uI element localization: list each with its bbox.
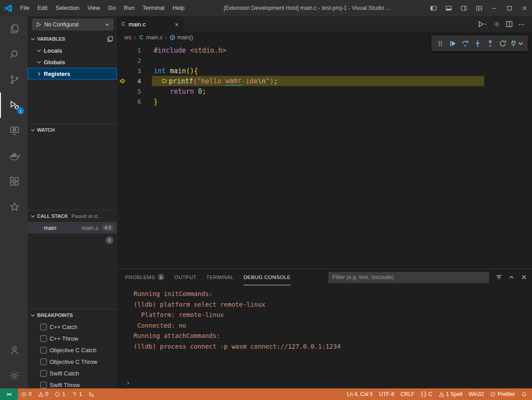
activity-item-settings[interactable] (0, 363, 28, 388)
watch-section-header[interactable]: WATCH (28, 124, 117, 136)
run-button[interactable] (475, 16, 490, 32)
panel-tab-problems[interactable]: PROBLEMS1 (125, 269, 164, 285)
activity-item-explorer[interactable] (0, 16, 28, 42)
stack-frame-row[interactable]: main main.c 4:5 (28, 222, 117, 233)
breakpoint-objective-c-catch[interactable]: Objective C Catch (28, 344, 117, 356)
code-line-2[interactable]: 2 (117, 55, 532, 66)
activity-item-source-control[interactable] (0, 67, 28, 92)
activity-item-favorites[interactable] (0, 194, 28, 220)
breakpoint-swift-throw[interactable]: Swift Throw (28, 379, 117, 388)
breakpoint-objective-c-throw[interactable]: Objective C Throw (28, 356, 117, 367)
breakpoint-c-throw[interactable]: C++ Throw (28, 333, 117, 344)
close-button[interactable] (517, 0, 532, 16)
close-panel-button[interactable] (520, 274, 528, 281)
breakpoint-checkbox[interactable] (40, 370, 47, 377)
activity-item-run-and-debug[interactable]: 1 (0, 92, 28, 118)
breakpoint-label: Swift Catch (50, 370, 79, 377)
debug-config-dropdown[interactable]: No Configurat (32, 19, 113, 30)
filter-button[interactable] (495, 274, 503, 281)
code-line-4[interactable]: 4 printf("hello wamr-ide\n"); (117, 76, 532, 86)
breakpoint-checkbox[interactable] (40, 358, 47, 365)
breakpoint-swift-catch[interactable]: Swift Catch (28, 367, 117, 379)
status-platform[interactable]: Win32 (465, 388, 487, 400)
menu-run[interactable]: Run (120, 0, 138, 16)
maximize-button[interactable] (502, 0, 517, 16)
remote-indicator[interactable]: >< (0, 388, 18, 400)
breakpoint-checkbox[interactable] (40, 382, 47, 388)
toggle-sidebar-left-button[interactable] (426, 0, 441, 16)
activity-item-search[interactable] (0, 42, 28, 67)
variables-item-locals[interactable]: Locals (28, 45, 117, 56)
status-errors[interactable]: 0 (18, 388, 35, 400)
breadcrumb-item-main-c[interactable]: Cmain.c (138, 34, 163, 41)
step-over-button[interactable] (459, 37, 471, 50)
status-eol[interactable]: CRLF (398, 388, 418, 400)
disconnect-button[interactable] (509, 37, 525, 50)
breakpoint-c-catch[interactable]: C++ Catch (28, 321, 117, 333)
settings-button[interactable] (491, 16, 503, 32)
drag-handle-button[interactable] (434, 37, 446, 50)
customize-layout-button[interactable] (471, 0, 486, 16)
status-language-mode[interactable]: {}C (418, 388, 436, 400)
toggle-sidebar-right-button[interactable] (456, 0, 471, 16)
activity-item-docker[interactable] (0, 143, 28, 169)
breakpoints-section-header[interactable]: BREAKPOINTS (28, 309, 117, 321)
activity-item-extensions[interactable] (0, 169, 28, 194)
toggle-panel-button[interactable] (441, 0, 456, 16)
activity-item-remote-explorer[interactable] (0, 118, 28, 143)
split-editor-button[interactable] (503, 16, 515, 32)
menu-go[interactable]: Go (104, 0, 120, 16)
step-out-button[interactable] (484, 37, 496, 50)
activity-item-accounts[interactable] (0, 338, 28, 363)
collapse-all-icon[interactable] (107, 36, 113, 42)
more-actions-button[interactable]: ··· (516, 16, 528, 32)
status-cursor-position[interactable]: Ln 4, Col 5 (344, 388, 376, 400)
status-infos[interactable]: 1 (51, 388, 68, 400)
continue-button[interactable] (446, 37, 459, 50)
menu-edit[interactable]: Edit (34, 0, 51, 16)
breadcrumb-label: main() (177, 34, 193, 41)
console-filter-input[interactable] (328, 272, 489, 283)
panel-tab-terminal[interactable]: TERMINAL (206, 269, 234, 285)
problems-count-badge: 1 (158, 274, 164, 280)
start-debugging-icon[interactable] (35, 21, 42, 28)
breadcrumb-item-main[interactable]: main() (169, 34, 193, 41)
breakpoint-checkbox[interactable] (40, 324, 47, 330)
variables-item-registers[interactable]: Registers (28, 68, 117, 79)
status-prettier[interactable]: Prettier (487, 388, 518, 400)
menu-view[interactable]: View (84, 0, 104, 16)
status-warnings[interactable]: 0 (35, 388, 52, 400)
menu-help[interactable]: Help (168, 0, 189, 16)
code-token: main (170, 67, 186, 75)
chevron-down-icon (483, 22, 488, 26)
menu-terminal[interactable]: Terminal (138, 0, 168, 16)
status-encoding[interactable]: UTF-8 (376, 388, 398, 400)
variables-item-globals[interactable]: Globals (28, 56, 117, 68)
variables-section-header[interactable]: VARIABLES (28, 33, 117, 45)
restart-button[interactable] (496, 37, 509, 50)
code-line-3[interactable]: 3int main(){ (117, 66, 532, 76)
breadcrumb-item-src[interactable]: src (124, 34, 132, 41)
tab-close-icon[interactable]: × (175, 21, 179, 28)
code-line-5[interactable]: 5 return 0; (117, 86, 532, 96)
debug-console-output[interactable]: Running initCommands:(lldb) platform sel… (117, 285, 532, 377)
menu-selection[interactable]: Selection (51, 0, 83, 16)
breakpoint-checkbox[interactable] (40, 347, 47, 354)
menu-file[interactable]: File (16, 0, 34, 16)
step-into-button[interactable] (471, 37, 484, 50)
panel-tab-output[interactable]: OUTPUT (174, 269, 197, 285)
call-stack-section-header[interactable]: CALL STACK Paused on st... (28, 210, 117, 222)
status-spell[interactable]: 1 Spell (436, 388, 466, 400)
breakpoint-gutter[interactable] (117, 78, 128, 84)
minimize-button[interactable] (486, 0, 502, 16)
maximize-panel-button[interactable] (508, 274, 515, 281)
status-debug-session[interactable] (85, 388, 97, 400)
tab-main-c[interactable]: C main.c × (117, 16, 183, 32)
status-notifications[interactable] (518, 388, 530, 400)
console-input-row[interactable]: › (117, 377, 532, 388)
code-line-6[interactable]: 6} (117, 96, 532, 107)
breakpoint-checkbox[interactable] (40, 335, 47, 342)
panel-tab-debug-console[interactable]: DEBUG CONSOLE (243, 269, 291, 285)
code-editor[interactable]: 1#include <stdio.h>23int main(){4 printf… (117, 43, 532, 269)
status-ports[interactable]: 1 (68, 388, 85, 400)
